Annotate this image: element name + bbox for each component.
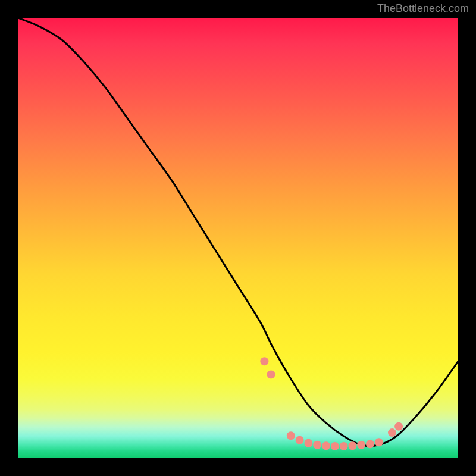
marker-dot [340,442,348,450]
curve-line [18,18,458,446]
attribution-text: TheBottleneck.com [377,2,469,15]
marker-dot [287,431,295,440]
marker-dot [375,438,383,446]
marker-dot [357,441,365,449]
marker-dot [331,442,339,450]
marker-dots [260,357,403,450]
marker-dot [366,440,374,448]
plot-area [18,18,458,458]
marker-dot [322,441,330,450]
marker-dot [388,428,396,437]
marker-dot [348,441,356,450]
marker-dot [304,439,312,447]
marker-dot [296,436,304,444]
marker-dot [260,357,268,365]
chart-svg [18,18,458,458]
marker-dot [394,422,403,431]
marker-dot [313,441,321,449]
marker-dot [267,370,275,378]
